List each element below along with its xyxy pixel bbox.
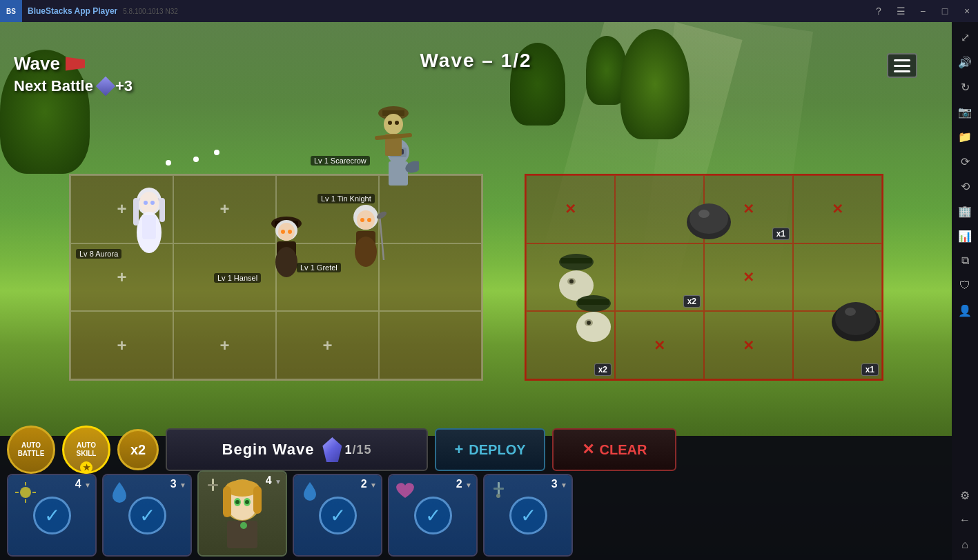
svg-point-14 [835, 302, 877, 335]
cell-plus: + [117, 268, 126, 287]
char-card-1[interactable]: 4 ▼ ✓ [7, 474, 97, 557]
rotate-icon[interactable]: ⟳ [954, 150, 976, 172]
maximize-button[interactable]: □ [934, 0, 956, 22]
enemy-cross: ✕ [743, 269, 754, 286]
deploy-button[interactable]: + DEPLOY [435, 428, 545, 471]
refresh-icon[interactable]: ↻ [954, 76, 976, 98]
game-area: + + + + + + ✕ ✕x1 ✕ ✕ x2 ✕ x2 ✕ ✕ x1 [0, 22, 952, 560]
enemy-dark-blob-2 [828, 284, 883, 349]
enemy-cell-0-3: ✕ [793, 175, 882, 243]
cell-plus: + [117, 199, 126, 219]
check-circle-1: ✓ [33, 497, 71, 534]
char-card-6-level: 3 ▼ [551, 478, 567, 490]
wave-header: Wave – 1/2 [420, 50, 531, 72]
shield-icon[interactable]: 🛡 [954, 274, 976, 297]
svg-point-12 [587, 321, 591, 325]
wave-title: Wave [14, 53, 133, 74]
home-icon[interactable]: ⌂ [954, 534, 976, 556]
char-card-5-bg: 2 ▼ ✓ [389, 475, 476, 555]
camera-icon[interactable]: 📷 [954, 101, 976, 123]
check-circle-2: ✓ [128, 497, 166, 534]
svg-point-64 [235, 500, 239, 504]
sword-icon [204, 477, 222, 494]
controls-row: AUTO BATTLE AUTO SKILL ★ x2 Begin Wave [0, 429, 952, 470]
check-circle-4: ✓ [319, 497, 357, 534]
enemy-cross: ✕ [832, 201, 843, 217]
app-name: BlueStacks App Player [22, 6, 123, 16]
expand-icon[interactable]: ⤢ [954, 26, 976, 48]
grid-cell-1-3 [379, 243, 482, 312]
back-icon[interactable]: ← [954, 509, 976, 531]
app-logo: BS [0, 0, 22, 22]
char-card-3-bg: 4 ▼ [199, 472, 286, 555]
char-card-3-level: 4 ▼ [266, 474, 282, 487]
char-card-2-bg: 3 ▼ ✓ [104, 475, 190, 555]
menu-line-3 [894, 70, 910, 72]
char-card-1-level: 4 ▼ [75, 478, 91, 490]
enemy-cross: ✕ [654, 337, 665, 354]
char-card-2[interactable]: 3 ▼ ✓ [102, 474, 192, 557]
wave-total: 15 [356, 443, 371, 457]
clear-button[interactable]: ✕ CLEAR [552, 428, 676, 471]
person-icon[interactable]: 👤 [954, 299, 976, 321]
svg-rect-59 [208, 484, 218, 486]
char-card-5[interactable]: 2 ▼ ✓ [388, 474, 478, 557]
grid-cell-0-3 [379, 175, 482, 243]
auto-battle-label: AUTO BATTLE [18, 441, 45, 458]
flower-3 [166, 160, 171, 166]
enemy-count-badge: x1 [772, 228, 790, 240]
crystal-gem-icon [322, 437, 342, 462]
speaker-icon[interactable]: 🔊 [954, 51, 976, 73]
next-battle-bonus: +3 [115, 77, 133, 95]
auto-battle-button[interactable]: AUTO BATTLE [7, 426, 55, 474]
svg-point-10 [576, 312, 611, 342]
menu-line-2 [894, 65, 910, 67]
char-card-4[interactable]: 2 ▼ ✓ [293, 474, 382, 557]
char-card-6[interactable]: 3 ▼ ✓ [483, 474, 573, 557]
char-card-6-bg: 3 ▼ ✓ [485, 475, 571, 555]
settings-button[interactable]: ☰ [890, 0, 912, 22]
clear-x-icon: ✕ [582, 441, 594, 459]
clear-label: CLEAR [600, 442, 647, 458]
next-battle: Next Battle +3 [14, 77, 133, 95]
cell-plus: + [117, 336, 126, 355]
chart-icon[interactable]: 📊 [954, 225, 976, 247]
layers-icon[interactable]: ⧉ [954, 250, 976, 272]
grid-cell-2-1: + [173, 311, 276, 379]
building-icon[interactable]: 🏢 [954, 200, 976, 222]
gear-icon[interactable]: ⚙ [954, 484, 976, 506]
close-button[interactable]: × [956, 0, 978, 22]
enemy-white-blob-2 [569, 291, 618, 349]
wave-info: Wave Next Battle +3 [14, 53, 133, 95]
check-circle-6: ✓ [509, 497, 547, 534]
rotate2-icon[interactable]: ⟲ [954, 175, 976, 197]
grid-cell-2-3 [379, 311, 482, 379]
character-cards-row: 4 ▼ ✓ [7, 470, 573, 557]
svg-rect-68 [253, 486, 262, 514]
diamond-icon [96, 77, 115, 96]
grid-cell-2-2: + [276, 311, 379, 379]
folder-icon[interactable]: 📁 [954, 126, 976, 148]
speed-button[interactable]: x2 [117, 429, 159, 470]
minimize-button[interactable]: − [912, 0, 934, 22]
deploy-plus-icon: + [454, 441, 463, 459]
cell-plus: + [219, 336, 229, 355]
begin-wave-label: Begin Wave [222, 441, 315, 459]
svg-rect-9 [578, 299, 609, 305]
auto-skill-button[interactable]: AUTO SKILL ★ [62, 426, 110, 474]
menu-button[interactable] [887, 53, 917, 78]
begin-wave-button[interactable]: Begin Wave 1/15 [166, 428, 428, 471]
svg-rect-4 [560, 258, 592, 263]
check-circle-5: ✓ [414, 497, 452, 534]
enemy-cross: ✕ [565, 201, 576, 217]
logo-text: BS [6, 8, 16, 15]
help-button[interactable]: ? [868, 0, 890, 22]
char-card-3-featured[interactable]: 4 ▼ [197, 470, 287, 557]
enemy-cell-2-1: ✕ [615, 311, 704, 379]
bottom-bar: AUTO BATTLE AUTO SKILL ★ x2 Begin Wave [0, 436, 952, 560]
char-card-2-level: 3 ▼ [170, 478, 186, 490]
svg-point-15 [845, 308, 856, 316]
svg-point-1 [690, 203, 728, 234]
char-card-5-level: 2 ▼ [456, 478, 472, 490]
enemy-dark-blob-1 [683, 188, 735, 246]
